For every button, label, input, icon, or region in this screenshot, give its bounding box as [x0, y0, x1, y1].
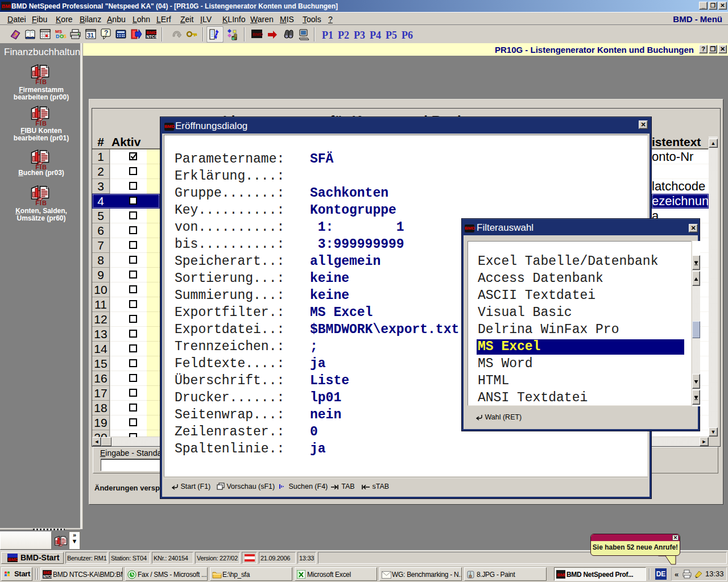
svg-text:NTCS: NTCS: [43, 575, 52, 579]
svg-text:BMD: BMD: [8, 557, 18, 562]
svg-text:BMD: BMD: [557, 572, 566, 577]
svg-text:BMD: BMD: [43, 571, 52, 575]
